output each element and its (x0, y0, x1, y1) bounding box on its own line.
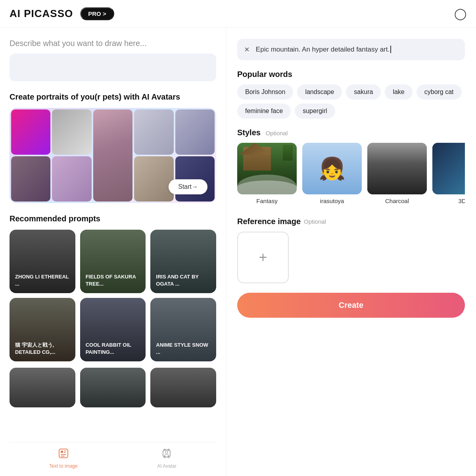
nav-ai-avatar-label: AI Avatar (157, 463, 176, 469)
recommended-title: Recommended prompts (10, 214, 216, 223)
styles-section: Styles Optional Fantasy 👧 (237, 128, 465, 207)
prompt-card-text-6: ANIME STYLE SNOW ... (156, 342, 211, 356)
main-layout: Describe what you want to draw here... C… (0, 28, 476, 476)
prompt-card-bottom-2[interactable] (80, 368, 146, 407)
style-irasutoya-label: irasutoya (320, 198, 344, 204)
text-cursor (390, 46, 391, 53)
nav-text-to-image[interactable]: Text to image (49, 448, 77, 469)
reference-section: Reference image Optional + (237, 217, 465, 283)
style-charcoal-preview (367, 143, 427, 194)
svg-rect-3 (64, 452, 65, 453)
avatar-cell (175, 156, 215, 202)
prompt-card-text-3: IRIS AND CAT BY OGATA ... (156, 273, 211, 288)
describe-label: Describe what you want to draw here... (10, 39, 216, 48)
tag-lake[interactable]: lake (385, 84, 412, 100)
prompt-card-4[interactable]: 猫 宇宙人と戦う, DETAILED CG,... (10, 298, 75, 361)
avatar-cell (134, 156, 173, 202)
nav-text-to-image-label: Text to image (49, 463, 77, 469)
avatar-cell (11, 156, 50, 202)
style-fantasy[interactable]: Fantasy (237, 143, 297, 204)
svg-rect-1 (61, 451, 63, 453)
create-button[interactable]: Create (237, 293, 465, 318)
prompt-card-text-1: ZHONG LI ETHEREAL ... (15, 273, 70, 288)
reference-title: Reference image (237, 217, 301, 226)
style-3d-preview (432, 143, 465, 194)
pro-badge-button[interactable]: PRO > (80, 7, 114, 20)
tag-boris-johnson[interactable]: Boris Johnson (237, 84, 293, 100)
add-reference-icon: + (259, 249, 267, 266)
prompt-card-2[interactable]: FIELDS OF SAKURA TREE... (80, 230, 146, 293)
avatar-cell (134, 109, 173, 155)
prompt-card-text-2: FIELDS OF SAKURA TREE... (86, 273, 140, 288)
svg-rect-4 (61, 454, 66, 455)
prompt-input[interactable] (10, 54, 216, 81)
style-irasutoya[interactable]: 👧 irasutoya (302, 143, 362, 204)
search-text-display: Epic mountain. An hyper detailed fantasy… (256, 46, 458, 54)
tag-cyborg-cat[interactable]: cyborg cat (416, 84, 462, 100)
prompt-card-text-5: COOL RABBIT OIL PAINTING... (86, 342, 140, 356)
header: AI PICASSO PRO > ◯ (0, 0, 476, 28)
reference-optional-label: Optional (304, 218, 326, 225)
style-irasutoya-preview: 👧 (302, 143, 362, 194)
svg-rect-2 (64, 451, 66, 451)
avatar-cell (11, 109, 50, 155)
style-charcoal[interactable]: Charcoal (367, 143, 427, 204)
styles-header: Styles Optional (237, 128, 465, 137)
tag-sakura[interactable]: sakura (346, 84, 381, 100)
tags-container: Boris Johnson landscape sakura lake cybo… (237, 84, 465, 119)
style-fantasy-label: Fantasy (256, 198, 277, 204)
close-search-button[interactable]: × (244, 44, 250, 55)
reference-label-row: Reference image Optional (237, 217, 465, 226)
prompt-card-5[interactable]: COOL RABBIT OIL PAINTING... (80, 298, 146, 361)
reference-upload-box[interactable]: + (237, 232, 289, 283)
popular-words-section: Popular words Boris Johnson landscape sa… (237, 70, 465, 119)
prompt-card-3[interactable]: IRIS AND CAT BY OGATA ... (150, 230, 216, 293)
avatar-cell (52, 109, 91, 155)
app-logo: AI PICASSO (10, 8, 73, 20)
prompt-card-text-4: 猫 宇宙人と戦う, DETAILED CG,... (15, 342, 70, 356)
prompt-card-bottom-3[interactable] (150, 368, 216, 407)
user-profile-icon[interactable]: ◯ (454, 7, 466, 20)
start-button[interactable]: Start→ (169, 179, 207, 194)
tag-landscape[interactable]: landscape (297, 84, 342, 100)
avatar-cell (52, 156, 91, 202)
avatar-cell-large (93, 109, 132, 202)
left-panel: Describe what you want to draw here... C… (0, 28, 226, 476)
svg-rect-5 (61, 456, 65, 457)
avatar-banner: Start→ (10, 108, 216, 203)
style-charcoal-label: Charcoal (385, 198, 409, 204)
styles-row: Fantasy 👧 irasutoya Charcoal (237, 143, 465, 207)
style-fantasy-preview (237, 143, 297, 194)
svg-point-7 (165, 451, 168, 453)
ai-avatar-icon (161, 448, 172, 462)
styles-title: Styles (237, 128, 261, 137)
text-to-image-icon (58, 448, 69, 462)
bottom-prompts-grid (10, 368, 216, 407)
prompt-card-bottom-1[interactable] (10, 368, 75, 407)
prompt-card-1[interactable]: ZHONG LI ETHEREAL ... (10, 230, 75, 293)
style-3d-label: 3D (458, 198, 465, 204)
prompts-grid: ZHONG LI ETHEREAL ... FIELDS OF SAKURA T… (10, 230, 216, 361)
avatar-cell (175, 109, 215, 155)
styles-optional-label: Optional (265, 130, 288, 136)
search-bar: × Epic mountain. An hyper detailed fanta… (237, 39, 465, 60)
prompt-card-6[interactable]: ANIME STYLE SNOW ... (150, 298, 216, 361)
bottom-nav: Text to image AI Avatar (10, 442, 216, 476)
avatars-section-title: Create portraits of you(r pets) with AI … (10, 92, 216, 102)
popular-words-title: Popular words (237, 70, 465, 79)
tag-feminine-face[interactable]: feminine face (237, 104, 291, 119)
nav-ai-avatar[interactable]: AI Avatar (157, 448, 176, 469)
tag-supergirl[interactable]: supergirl (295, 104, 335, 119)
style-3d[interactable]: 3D (432, 143, 465, 204)
right-panel: × Epic mountain. An hyper detailed fanta… (226, 28, 476, 476)
